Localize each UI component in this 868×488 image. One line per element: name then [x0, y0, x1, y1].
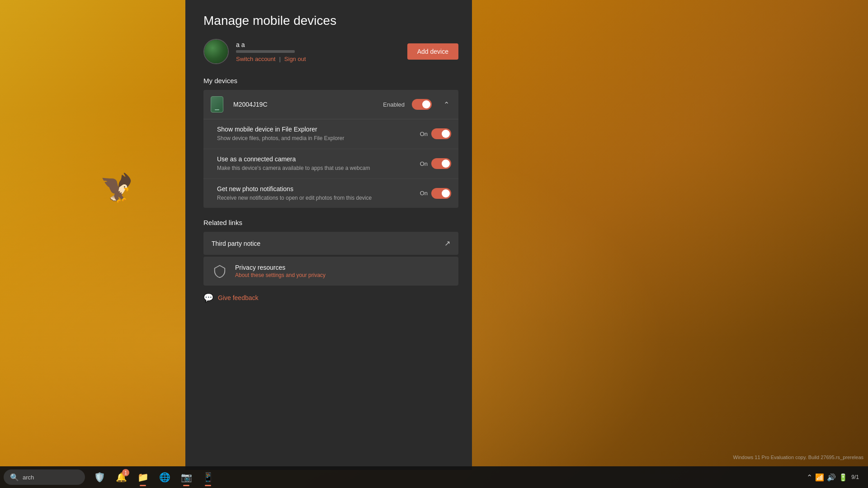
avatar [203, 39, 229, 64]
page-title: Manage mobile devices [203, 14, 458, 28]
device-enabled-toggle[interactable] [412, 99, 432, 110]
privacy-title: Privacy resources [235, 264, 326, 271]
related-links-section: Related links Third party notice ↗ Priva… [203, 219, 458, 286]
shield-icon [212, 263, 228, 279]
edge-icon: 🌐 [159, 472, 170, 483]
privacy-info: Privacy resources About these settings a… [235, 264, 326, 278]
chevron-up-icon[interactable]: ⌃ [807, 473, 812, 482]
settings-panel: Manage mobile devices a a Switch account… [185, 0, 472, 470]
toggle-track [431, 188, 451, 199]
camera-toggle[interactable] [431, 158, 451, 169]
camera-toggle-container: On [420, 158, 451, 169]
setting-title: Use as a connected camera [217, 155, 420, 163]
evaluation-watermark: Windows 11 Pro Evaluation copy. Build 27… [733, 454, 863, 461]
toggle-track [431, 158, 451, 169]
setting-row: Use as a connected camera Make this devi… [203, 149, 458, 179]
camera-icon: 📷 [181, 472, 192, 483]
device-settings: Show mobile device in File Explorer Show… [203, 119, 458, 208]
search-icon: 🔍 [10, 473, 19, 482]
taskbar-app-file-explorer[interactable]: 📁 [133, 467, 153, 487]
file-explorer-toggle-container: On [420, 128, 451, 139]
bird-decoration: 🦅 [99, 172, 133, 204]
file-explorer-toggle-label: On [420, 131, 428, 137]
external-link-icon: ↗ [444, 239, 450, 248]
setting-info: Get new photo notifications Receive new … [217, 185, 420, 202]
account-links: Switch account | Sign out [236, 56, 306, 62]
setting-title: Show mobile device in File Explorer [217, 126, 420, 133]
photo-toggle-label: On [420, 190, 428, 197]
device-toggle-thumb [422, 100, 430, 108]
add-device-button[interactable]: Add device [407, 43, 458, 60]
toggle-thumb [442, 189, 450, 197]
setting-row: Get new photo notifications Receive new … [203, 179, 458, 208]
file-explorer-toggle[interactable] [431, 128, 451, 139]
setting-desc: Show device files, photos, and media in … [217, 135, 420, 142]
setting-title: Get new photo notifications [217, 185, 420, 192]
device-name: M2004J19C [233, 101, 377, 108]
feedback-text: Give feedback [218, 294, 259, 301]
privacy-subtitle: About these settings and your privacy [235, 272, 326, 278]
device-collapse-button[interactable]: ⌃ [442, 99, 451, 111]
taskbar-apps: 🛡️ 🔔 1 📁 🌐 📷 📱 [90, 467, 218, 487]
sign-out-link[interactable]: Sign out [284, 56, 306, 62]
search-bar[interactable]: 🔍 arch [4, 469, 85, 485]
setting-desc: Make this device's camera available to a… [217, 164, 420, 172]
notification-badge: 1 [122, 469, 129, 476]
feedback-icon: 💬 [203, 293, 213, 303]
taskbar-right: ⌃ 📶 🔊 🔋 9/1 [807, 473, 864, 482]
taskbar-app-security[interactable]: 🛡️ [90, 467, 109, 487]
file-explorer-icon: 📁 [137, 472, 149, 483]
taskbar-app-camera[interactable]: 📷 [176, 467, 196, 487]
device-toggle-track [412, 99, 432, 110]
taskbar-app-edge[interactable]: 🌐 [155, 467, 175, 487]
device-header: M2004J19C Enabled ⌃ [203, 90, 458, 119]
volume-icon[interactable]: 🔊 [827, 473, 836, 482]
network-icon[interactable]: 📶 [815, 473, 824, 482]
link-separator: | [279, 56, 280, 62]
avatar-image [204, 40, 228, 63]
device-status-label: Enabled [383, 101, 405, 108]
photo-notifications-toggle-container: On [420, 188, 451, 199]
device-enabled-toggle-container: Enabled [383, 99, 432, 110]
device-icon [211, 96, 227, 113]
account-name: a a [236, 41, 306, 48]
manage-mobile-icon: 📱 [203, 472, 214, 483]
photo-notifications-toggle[interactable] [431, 188, 451, 199]
setting-info: Use as a connected camera Make this devi… [217, 155, 420, 172]
feedback-section[interactable]: 💬 Give feedback [203, 293, 458, 303]
phone-icon [211, 96, 223, 113]
search-input[interactable]: arch [23, 474, 34, 481]
taskbar: 🔍 arch 🛡️ 🔔 1 📁 🌐 📷 📱 ⌃ 📶 🔊 � [0, 466, 868, 488]
account-left: a a Switch account | Sign out [203, 39, 306, 64]
toggle-track [431, 128, 451, 139]
toggle-thumb [442, 130, 450, 138]
camera-toggle-label: On [420, 160, 428, 167]
time: 9/1 [851, 474, 859, 480]
setting-desc: Receive new notifications to open or edi… [217, 194, 420, 202]
system-icons: ⌃ 📶 🔊 🔋 [807, 473, 848, 482]
privacy-card[interactable]: Privacy resources About these settings a… [203, 257, 458, 286]
switch-account-link[interactable]: Switch account [236, 56, 275, 62]
third-party-title: Third party notice [212, 240, 260, 247]
setting-row: Show mobile device in File Explorer Show… [203, 119, 458, 149]
taskbar-app-notifications[interactable]: 🔔 1 [111, 467, 131, 487]
device-card: M2004J19C Enabled ⌃ Show mobile device i… [203, 90, 458, 208]
time-display[interactable]: 9/1 [851, 474, 859, 480]
taskbar-app-manage-mobile[interactable]: 📱 [198, 467, 218, 487]
third-party-card[interactable]: Third party notice ↗ [203, 232, 458, 255]
setting-info: Show mobile device in File Explorer Show… [217, 126, 420, 142]
toggle-thumb [442, 160, 450, 168]
battery-icon[interactable]: 🔋 [839, 473, 848, 482]
account-section: a a Switch account | Sign out Add device [203, 39, 458, 64]
account-info: a a Switch account | Sign out [236, 41, 306, 62]
security-app-icon: 🛡️ [94, 472, 105, 483]
related-links-label: Related links [203, 219, 458, 226]
account-bar [236, 50, 295, 53]
my-devices-label: My devices [203, 77, 458, 84]
